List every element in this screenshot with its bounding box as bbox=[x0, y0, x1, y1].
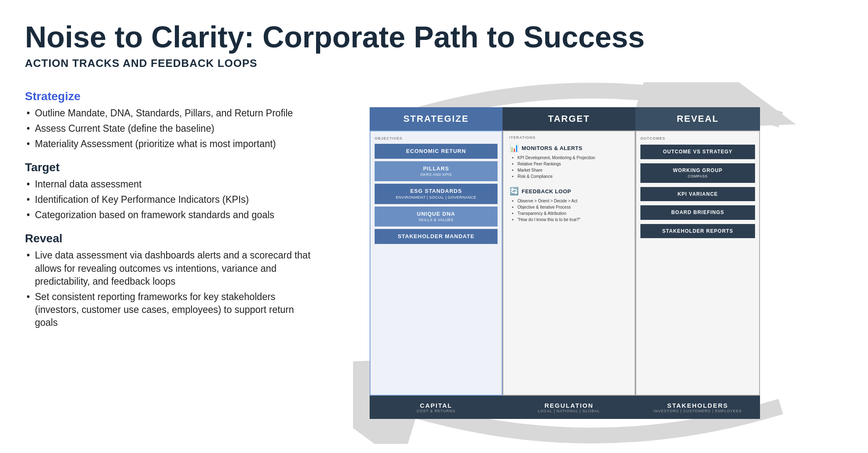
diagram-wrapper: STRATEGIZE TARGET REVEAL OBJECTIVES ECON… bbox=[353, 82, 831, 444]
objectives-label: OBJECTIVES bbox=[375, 136, 498, 140]
target-body: ITERATIONS 📊 MONITORS & ALERTS KPI Devel… bbox=[503, 130, 635, 396]
target-bullet-2: Identification of Key Performance Indica… bbox=[25, 192, 316, 207]
outcomes-label: OUTCOMES bbox=[640, 136, 755, 140]
feedback-title: 🔄 FEEDBACK LOOP bbox=[509, 186, 629, 196]
monitors-section: 📊 MONITORS & ALERTS KPI Development, Mon… bbox=[509, 143, 629, 180]
reveal-bullet-1: Live data assessment via dashboards aler… bbox=[25, 248, 316, 289]
feedback-section: 🔄 FEEDBACK LOOP Observe > Orient > Decid… bbox=[509, 186, 629, 223]
strategize-heading: Strategize bbox=[25, 90, 316, 103]
monitors-bullet-3: Market Share bbox=[517, 167, 629, 173]
feedback-bullet-3: Transparency & Attribution bbox=[517, 210, 629, 217]
reveal-body: OUTCOMES OUTCOME VS STRATEGY WORKING GRO… bbox=[635, 130, 760, 396]
target-bullet-1: Internal data assessment bbox=[25, 177, 316, 192]
reveal-heading: Reveal bbox=[25, 232, 316, 245]
strategize-header: STRATEGIZE bbox=[370, 107, 503, 130]
content-area: Strategize Outline Mandate, DNA, Standar… bbox=[25, 82, 843, 444]
subtitle: ACTION TRACKS AND FEEDBACK LOOPS bbox=[25, 57, 843, 70]
strat-box-dna: UNIQUE DNA SKILLS & VALUES bbox=[375, 207, 498, 226]
right-panel: STRATEGIZE TARGET REVEAL OBJECTIVES ECON… bbox=[341, 82, 843, 444]
target-bullets: Internal data assessment Identification … bbox=[25, 177, 316, 223]
strategize-bullet-1: Outline Mandate, DNA, Standards, Pillars… bbox=[25, 106, 316, 121]
regulation-sub: LOCAL | NATIONAL | GLOBAL bbox=[538, 409, 600, 413]
stakeholders-sub: INVESTORS | CUSTOMERS | EMPLOYEES bbox=[654, 409, 742, 413]
capital-footer: CAPITAL COST & RETURNS bbox=[370, 396, 503, 419]
reveal-bullets: Live data assessment via dashboards aler… bbox=[25, 248, 316, 330]
strat-box-pillars: PILLARS OKRS AND KPIS bbox=[375, 161, 498, 181]
strat-box-economic: ECONOMIC RETURN bbox=[375, 144, 498, 159]
feedback-bullet-2: Objective & Iterative Process bbox=[517, 204, 629, 210]
reveal-box-kpi: KPI VARIANCE bbox=[640, 187, 755, 201]
monitors-title: 📊 MONITORS & ALERTS bbox=[509, 143, 629, 153]
strategize-body: OBJECTIVES ECONOMIC RETURN PILLARS OKRS … bbox=[370, 130, 503, 396]
reveal-bullet-2: Set consistent reporting frameworks for … bbox=[25, 289, 316, 330]
monitors-bullet-4: Risk & Compliance bbox=[517, 173, 629, 180]
reveal-box-board: BOARD BRIEFINGS bbox=[640, 205, 755, 219]
strategize-bullet-2: Assess Current State (define the baselin… bbox=[25, 121, 316, 136]
monitors-bullet-1: KPI Development, Monitoring & Projection bbox=[517, 155, 629, 161]
main-title: Noise to Clarity: Corporate Path to Succ… bbox=[25, 21, 843, 54]
iterations-label: ITERATIONS bbox=[509, 135, 629, 140]
target-bullet-3: Categorization based on framework standa… bbox=[25, 207, 316, 223]
reveal-box-stakeholder: STAKEHOLDER REPORTS bbox=[640, 224, 755, 238]
reveal-header: REVEAL bbox=[635, 107, 760, 130]
regulation-footer: REGULATION LOCAL | NATIONAL | GLOBAL bbox=[503, 396, 635, 419]
monitors-bullets: KPI Development, Monitoring & Projection… bbox=[509, 155, 629, 180]
cycle-icon: 🔄 bbox=[509, 186, 519, 196]
strat-box-stakeholder: STAKEHOLDER MANDATE bbox=[375, 229, 498, 244]
strategize-bullet-3: Materiality Assessment (prioritize what … bbox=[25, 136, 316, 152]
stakeholders-footer: STAKEHOLDERS INVESTORS | CUSTOMERS | EMP… bbox=[635, 396, 760, 419]
strat-box-esg: ESG STANDARDS ENVIRONMENT | SOCIAL | GOV… bbox=[375, 184, 498, 204]
regulation-title: REGULATION bbox=[544, 402, 593, 409]
target-header: TARGET bbox=[503, 107, 635, 130]
stakeholders-title: STAKEHOLDERS bbox=[667, 402, 728, 409]
reveal-box-working-group: WORKING GROUP COMPASS bbox=[640, 163, 755, 183]
capital-title: CAPITAL bbox=[420, 402, 452, 409]
monitors-bullet-2: Relative Peer Rankings bbox=[517, 161, 629, 167]
capital-sub: COST & RETURNS bbox=[417, 409, 455, 413]
diagram-grid: STRATEGIZE TARGET REVEAL OBJECTIVES ECON… bbox=[370, 107, 814, 419]
reveal-box-outcome: OUTCOME VS STRATEGY bbox=[640, 145, 755, 159]
strategize-bullets: Outline Mandate, DNA, Standards, Pillars… bbox=[25, 106, 316, 152]
target-heading: Target bbox=[25, 161, 316, 174]
feedback-bullet-1: Observe > Orient > Decide > Act bbox=[517, 198, 629, 204]
feedback-bullet-4: "How do I know this is to be true?" bbox=[517, 217, 629, 223]
feedback-bullets: Observe > Orient > Decide > Act Objectiv… bbox=[509, 198, 629, 223]
left-panel: Strategize Outline Mandate, DNA, Standar… bbox=[25, 82, 316, 444]
chart-icon: 📊 bbox=[509, 143, 519, 153]
